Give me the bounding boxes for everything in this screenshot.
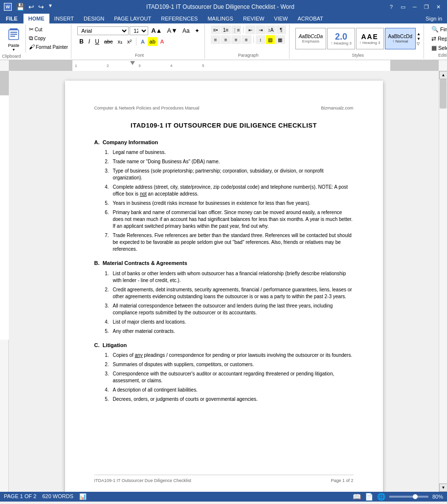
change-case-btn[interactable]: Aa — [180, 26, 192, 36]
tab-design[interactable]: DESIGN — [79, 14, 109, 23]
tab-home[interactable]: HOME — [23, 14, 49, 23]
save-quick-btn[interactable]: 💾 — [15, 3, 26, 11]
vertical-scrollbar[interactable]: ▲ ▼ — [439, 71, 447, 492]
undo-quick-btn[interactable]: ↩ — [27, 3, 36, 11]
underline-button[interactable]: U — [93, 37, 101, 46]
ruler-right — [439, 60, 447, 71]
styles-down-btn[interactable]: ▼ — [417, 37, 421, 41]
list-item: 5. Decrees, orders, or judgments of cour… — [102, 396, 354, 403]
zoom-level: 80% — [432, 494, 443, 500]
style-heading3-aae[interactable]: AAE ↑ Heading 3 — [356, 28, 384, 49]
zoom-slider[interactable] — [389, 496, 428, 498]
find-button[interactable]: 🔍 Find ▼ — [430, 25, 447, 33]
indent-marker[interactable] — [130, 61, 135, 65]
scroll-thumb[interactable] — [440, 79, 447, 109]
highlight-btn[interactable]: ab — [148, 37, 157, 46]
increase-indent-btn[interactable]: ⇥ — [256, 25, 266, 34]
font-family-select[interactable]: Arial — [77, 26, 129, 35]
paragraph-row2: ≡ ≡ ≡ ≡ ↕ ▨ ▦ — [211, 35, 285, 44]
borders-btn[interactable]: ▦ — [275, 35, 285, 44]
more-quick-btn[interactable]: ▼ — [46, 3, 54, 11]
scroll-up-btn[interactable]: ▲ — [439, 71, 447, 79]
help-btn[interactable]: ? — [386, 2, 396, 12]
italic-button[interactable]: I — [87, 37, 92, 46]
show-formatting-btn[interactable]: ¶ — [276, 25, 286, 34]
align-left-btn[interactable]: ≡ — [211, 35, 221, 44]
font-color-btn[interactable]: A — [158, 37, 166, 46]
paste-button[interactable]: Paste ▼ — [2, 24, 26, 53]
styles-label: Styles — [352, 52, 364, 58]
paragraph-group: ≡• 1≡ ⋮≡ ⇤ ⇥ ↕A ¶ ≡ ≡ ≡ ≡ ↕ ▨ ▦ Paragrap… — [208, 24, 290, 59]
bold-button[interactable]: B — [77, 37, 86, 46]
format-painter-button[interactable]: 🖌 Format Painter — [28, 43, 69, 51]
numbering-btn[interactable]: 1≡ — [221, 25, 231, 34]
redo-quick-btn[interactable]: ↪ — [37, 3, 45, 11]
tab-references[interactable]: REFERENCES — [156, 14, 202, 23]
minimize-btn[interactable]: ─ — [410, 2, 420, 12]
bullets-btn[interactable]: ≡• — [211, 25, 221, 34]
word-count: 620 WORDS — [42, 493, 73, 500]
sign-in-btn[interactable]: Sign in — [421, 14, 447, 23]
svg-text:1: 1 — [75, 64, 77, 68]
clipboard-sub: ✂ Cut ⧉ Copy 🖌 Format Painter — [26, 24, 71, 53]
style-emphasis[interactable]: AaBbCcDa Emphasis — [295, 28, 326, 49]
superscript-button[interactable]: x² — [125, 37, 134, 46]
svg-text:3: 3 — [138, 64, 141, 68]
page-header: Computer & Network Policies and Procedur… — [94, 105, 354, 111]
title-bar: W 💾 ↩ ↪ ▼ ITAD109-1 IT Outsourcer Due Di… — [0, 0, 447, 14]
styles-up-btn[interactable]: ▲ — [417, 32, 421, 36]
title-bar-left: W 💾 ↩ ↪ ▼ — [4, 3, 54, 11]
close-btn[interactable]: ✕ — [433, 2, 443, 12]
view-web-btn[interactable]: 🌐 — [377, 493, 385, 501]
svg-rect-2 — [10, 32, 17, 33]
cut-button[interactable]: ✂ Cut — [28, 25, 69, 33]
strikethrough-button[interactable]: abc — [102, 37, 115, 46]
status-left: PAGE 1 OF 2 620 WORDS 📊 — [4, 493, 87, 500]
justify-btn[interactable]: ≡ — [242, 35, 251, 44]
select-button[interactable]: ▦ Select ▼ — [430, 44, 447, 52]
tab-page-layout[interactable]: PAGE LAYOUT — [109, 14, 156, 23]
section-a-list: 1. Legal name of business. 2. Trade name… — [102, 149, 354, 253]
styles-expand-btn[interactable]: ▽ — [417, 42, 421, 46]
scroll-track[interactable] — [439, 79, 447, 483]
line-spacing-btn[interactable]: ↕ — [256, 35, 266, 44]
restore-btn[interactable]: ❐ — [422, 2, 431, 12]
paste-dropdown-icon[interactable]: ▼ — [12, 48, 16, 51]
view-print-btn[interactable]: 📄 — [365, 493, 373, 501]
scroll-down-btn[interactable]: ▼ — [439, 483, 447, 492]
style-normal[interactable]: AaBbCcDd ↑ Normal — [385, 28, 416, 49]
zoom-thumb[interactable] — [413, 494, 418, 499]
doc-stats-icon[interactable]: 📊 — [79, 493, 87, 500]
subscript-button[interactable]: x₂ — [116, 37, 125, 46]
increase-font-btn[interactable]: A▲ — [149, 25, 164, 36]
ruler-area: 1 2 3 4 5 — [0, 60, 447, 71]
font-size-select[interactable]: 12 — [130, 26, 148, 35]
shading-btn[interactable]: ▨ — [266, 35, 275, 44]
sort-btn[interactable]: ↕A — [266, 25, 276, 34]
text-effect-btn[interactable]: A — [139, 37, 146, 46]
tab-view[interactable]: VIEW — [269, 14, 292, 23]
align-center-btn[interactable]: ≡ — [221, 35, 231, 44]
align-right-btn[interactable]: ≡ — [231, 35, 241, 44]
styles-group: AaBbCcDa Emphasis 2.0 ↑ Heading 3 AAE ↑ … — [292, 24, 424, 59]
tab-mailings[interactable]: MAILINGS — [202, 14, 238, 23]
tab-review[interactable]: REVIEW — [238, 14, 269, 23]
status-right: 📖 📄 🌐 80% — [353, 493, 443, 501]
decrease-font-btn[interactable]: A▼ — [165, 25, 179, 36]
view-read-btn[interactable]: 📖 — [353, 493, 361, 501]
replace-button[interactable]: ⇄ Replace — [430, 35, 447, 43]
file-tab[interactable]: FILE — [0, 14, 23, 23]
document-area[interactable]: Computer & Network Policies and Procedur… — [9, 71, 439, 492]
style-heading3-20[interactable]: 2.0 ↑ Heading 3 — [327, 28, 355, 49]
list-item: 3. Type of business (sole proprietorship… — [102, 168, 354, 181]
copy-button[interactable]: ⧉ Copy — [28, 34, 69, 42]
tab-insert[interactable]: INSERT — [49, 14, 79, 23]
tab-acrobat[interactable]: ACROBAT — [292, 14, 328, 23]
decrease-indent-btn[interactable]: ⇤ — [246, 25, 255, 34]
font-row1: Arial 12 A▲ A▼ Aa ✦ — [77, 25, 201, 36]
multilevel-list-btn[interactable]: ⋮≡ — [231, 25, 241, 34]
ribbon-toggle-btn[interactable]: ▭ — [398, 2, 408, 12]
horizontal-ruler: 1 2 3 4 5 — [9, 60, 439, 71]
list-item: 4. A description of all contingent liabi… — [102, 387, 354, 394]
clear-formatting-btn[interactable]: ✦ — [193, 26, 201, 36]
